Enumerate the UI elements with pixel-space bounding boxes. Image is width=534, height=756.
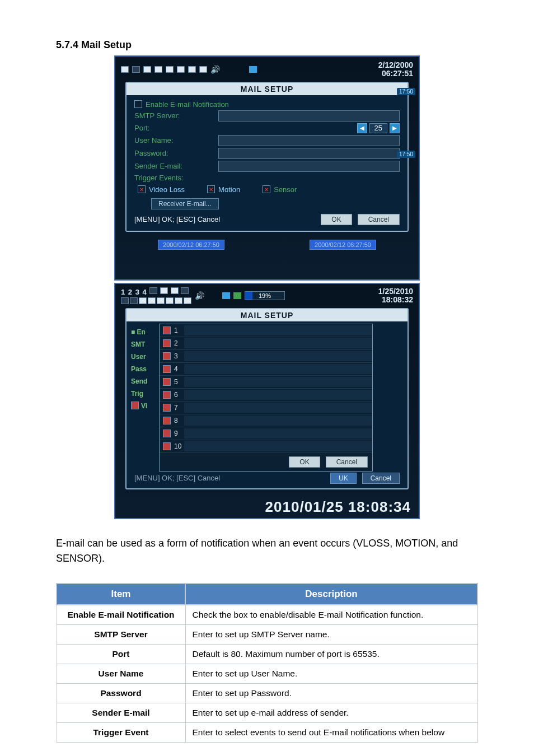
sender-label: Sender E-mail: <box>134 162 218 170</box>
channel-indicator <box>199 66 207 73</box>
page: 5.7.4 Mail Setup 🔊 2/12/2000 06:27:51 <box>0 0 534 756</box>
trigger-vloss: ✕ Video Loss <box>138 185 185 194</box>
channel-indicator <box>175 297 182 304</box>
sensor-checkbox[interactable]: ✕ <box>263 185 270 193</box>
smtp-input[interactable] <box>218 110 400 122</box>
receiver-email-button[interactable]: Receiver E-mail... <box>151 198 219 209</box>
recv-checkbox[interactable] <box>163 404 171 412</box>
enable-label: Enable E-mail Notification <box>146 100 229 109</box>
channel-indicator <box>166 297 174 304</box>
channel-indicator <box>181 287 189 294</box>
table-cell-item: Enable E-mail Notification <box>57 605 185 625</box>
shot2-status-bar: 1 2 3 4 <box>115 284 419 305</box>
table-cell-desc: Default is 80. Maximum number of port is… <box>185 645 477 664</box>
sender-input[interactable] <box>218 161 400 172</box>
label-trig: Trig <box>131 388 147 400</box>
digits-text: 1 2 3 4 <box>121 288 147 296</box>
table-cell-item: Port <box>57 645 185 664</box>
list-item: 7 <box>160 402 372 414</box>
recv-checkbox[interactable] <box>163 339 171 347</box>
channel-indicator <box>149 287 157 294</box>
motion-checkbox[interactable]: ✕ <box>207 185 215 193</box>
timestamp-left: 2000/02/12 06:27:50 <box>158 240 224 250</box>
port-value: 25 <box>369 123 387 133</box>
recv-input[interactable] <box>184 325 372 335</box>
motion-label: Motion <box>218 185 240 194</box>
receiver-email-screenshot: 1 2 3 4 <box>114 283 420 519</box>
audio-icon: 🔊 <box>210 65 220 74</box>
timestamp-right: 2000/02/12 06:27:50 <box>310 240 376 250</box>
table-row: SMTP ServerEnter to set up SMTP Server n… <box>57 625 477 645</box>
progress-bar: 19% <box>245 291 285 300</box>
recv-checkbox[interactable] <box>163 326 171 334</box>
port-increment-button[interactable]: ▶ <box>390 123 400 133</box>
table-row: Sender E-mailEnter to set up e-mail addr… <box>57 703 477 723</box>
body-paragraph: E-mail can be used as a form of notifica… <box>56 536 478 566</box>
pass-label: Password: <box>134 149 218 157</box>
uk-button[interactable]: UK <box>330 473 357 484</box>
recv-input[interactable] <box>184 428 372 438</box>
overlay-timestamp: 2010/01/25 18:08:34 <box>265 498 411 516</box>
recv-input[interactable] <box>184 416 372 426</box>
recv-input[interactable] <box>184 403 372 413</box>
table-row: PortDefault is 80. Maximum number of por… <box>57 645 477 664</box>
channel-indicator <box>121 297 129 304</box>
recv-input[interactable] <box>184 364 372 374</box>
cancel-button[interactable]: Cancel <box>358 214 400 225</box>
list-item: 10 <box>160 440 372 453</box>
vloss-checkbox[interactable]: ✕ <box>138 185 146 193</box>
cancel-button[interactable]: Cancel <box>326 456 368 468</box>
vloss-label: Video Loss <box>149 185 185 194</box>
receiver-list-popup: 1 2 3 4 5 6 7 8 9 10 OK Cancel <box>159 324 373 472</box>
table-cell-desc: Enter to select events to send out E-mai… <box>185 723 477 743</box>
hint-text: [MENU] OK; [ESC] Cancel <box>134 215 315 223</box>
channel-indicator <box>184 297 191 304</box>
channel-indicator <box>143 66 151 73</box>
dialog-footer: [MENU] OK; [ESC] Cancel UK Cancel <box>134 473 400 484</box>
recv-checkbox[interactable] <box>163 378 171 386</box>
pass-input[interactable] <box>218 148 400 159</box>
recv-checkbox[interactable] <box>163 352 171 360</box>
datetime: 1/25/2010 18:08:32 <box>378 287 413 305</box>
label-pass: Pass <box>131 363 147 375</box>
table-header-item: Item <box>57 584 185 605</box>
table-cell-desc: Check the box to enable/disable E-mail N… <box>185 605 477 625</box>
user-input[interactable] <box>218 135 400 146</box>
recv-checkbox[interactable] <box>163 442 171 450</box>
recv-checkbox[interactable] <box>163 365 171 373</box>
trigger-sensor: ✕ Sensor <box>263 185 297 194</box>
channel-indicator <box>171 287 179 294</box>
list-item: 5 <box>160 376 372 389</box>
label-smt: SMT <box>131 338 147 351</box>
recv-input[interactable] <box>184 441 372 451</box>
trigger-motion: ✕ Motion <box>207 185 240 194</box>
cancel-button[interactable]: Cancel <box>362 473 400 484</box>
time-text: 06:27:51 <box>378 69 413 78</box>
list-item: 3 <box>160 350 372 363</box>
screenshot-stack: 🔊 2/12/2000 06:27:51 17:50 17:50 MAIL SE… <box>114 55 420 519</box>
recv-num: 7 <box>174 404 184 412</box>
disk-icon <box>233 292 241 299</box>
network-icon <box>249 66 257 73</box>
table-cell-desc: Enter to set up SMTP Server name. <box>185 625 477 645</box>
table-cell-item: Trigger Event <box>57 723 185 743</box>
table-cell-item: Password <box>57 684 185 703</box>
recv-num: 3 <box>174 352 184 360</box>
enable-checkbox[interactable] <box>134 100 142 108</box>
recv-checkbox[interactable] <box>163 391 171 399</box>
port-decrement-button[interactable]: ◀ <box>357 123 367 133</box>
ok-button[interactable]: OK <box>321 214 352 225</box>
ok-button[interactable]: OK <box>289 456 320 468</box>
recv-checkbox[interactable] <box>163 430 171 437</box>
table-row: PasswordEnter to set up Password. <box>57 684 477 703</box>
partial-labels: ■ En SMT User Pass Send Trig Vi <box>131 326 147 412</box>
smtp-row: SMTP Server: <box>134 110 400 122</box>
date-text: 1/25/2010 <box>378 287 413 296</box>
recv-input[interactable] <box>184 351 372 361</box>
recv-checkbox[interactable] <box>163 417 171 424</box>
recv-input[interactable] <box>184 390 372 400</box>
table-cell-desc: Enter to set up e-mail address of sender… <box>185 703 477 723</box>
popup-footer: OK Cancel <box>160 453 372 471</box>
recv-input[interactable] <box>184 338 372 348</box>
recv-input[interactable] <box>184 377 372 387</box>
